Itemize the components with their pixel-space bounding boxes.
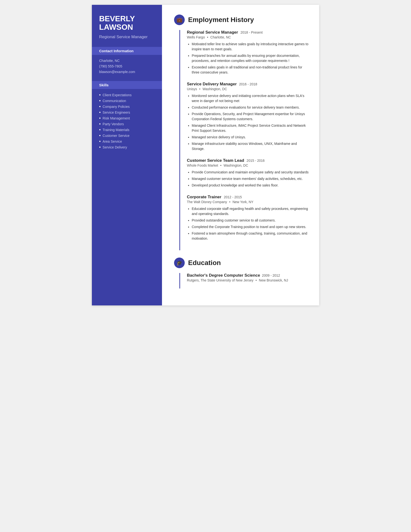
job-company: The Walt Disney Company • New York, NY [187,200,309,204]
resume-container: BEVERLY LAWSON Regional Service Manager … [92,5,319,305]
job-header: Customer Service Team Lead2015 - 2016 [187,158,309,163]
contact-section: Charlotte, NC (790) 555-7805 blawson@exa… [99,59,155,74]
main-content: 💼 Employment History Regional Service Ma… [162,5,319,305]
skill-item: Communication [99,99,155,103]
employment-title-row: 💼 Employment History [174,15,309,25]
job-bullet: Managed Client Infrastructure, IMAC Proj… [192,123,309,133]
job-bullet: Provided outstanding customer service to… [192,218,309,223]
skill-item: Client Expectations [99,93,155,97]
edu-degree: Bachelor's Degree Computer Science [187,273,260,278]
job-header: Regional Service Manager2018 - Present [187,30,309,35]
skill-item: Area Service [99,139,155,144]
contact-email: blawson@example.com [99,70,155,74]
job-bullet: Motivated teller line to achieve sales g… [192,42,309,52]
candidate-title: Regional Service Manager [99,34,155,40]
contact-section-header: Contact Information [92,47,162,55]
job-dates: 2018 - Present [241,30,263,34]
job-title: Regional Service Manager [187,30,238,35]
job-company: Whole Foods Market • Washington, DC [187,163,309,167]
candidate-name: BEVERLY LAWSON [99,15,155,31]
job-header: Service Delivery Manager2016 - 2018 [187,82,309,86]
employment-icon: 💼 [174,15,185,25]
job-entry: Customer Service Team Lead2015 - 2016Who… [187,158,309,188]
job-bullet: Fostered a team atmosphere through coach… [192,231,309,241]
job-entry: Regional Service Manager2018 - PresentWe… [187,30,309,75]
job-bullets: Monitored service delivery and initiatin… [187,93,309,151]
skill-item: Service Engineers [99,110,155,115]
job-bullet: Exceeded sales goals in all traditional … [192,65,309,75]
edu-dates: 2009 - 2012 [262,274,280,277]
education-title: Education [188,259,221,267]
job-bullet: Managed service delivery of Unisys. [192,135,309,140]
job-dates: 2016 - 2018 [239,82,257,86]
job-company: Unisys • Washington, DC [187,87,309,91]
job-company: Wells Fargo • Charlotte, NC [187,35,309,39]
skill-item: Company Policies [99,104,155,109]
employment-timeline: Regional Service Manager2018 - PresentWe… [179,30,309,250]
skill-item: Risk Management [99,116,155,120]
contact-phone: (790) 555-7805 [99,64,155,68]
skills-section: Client ExpectationsCommunicationCompany … [99,93,155,150]
job-bullets: Provide Communication and maintain emplo… [187,170,309,188]
job-bullet: Conducted performance evaluations for se… [192,105,309,110]
edu-entry: Bachelor's Degree Computer Science2009 -… [187,273,309,282]
job-entry: Service Delivery Manager2016 - 2018Unisy… [187,82,309,151]
name-line2: LAWSON [99,23,133,31]
job-bullet: Prepared branches for annual audits by e… [192,53,309,63]
name-line1: BEVERLY [99,14,135,23]
sidebar: BEVERLY LAWSON Regional Service Manager … [92,5,162,305]
job-bullet: Educated corporate staff regarding healt… [192,206,309,216]
skill-item: Customer Service [99,133,155,138]
job-entry: Corporate Trainer2012 - 2015The Walt Dis… [187,195,309,241]
skills-section-header: Skills [92,81,162,89]
employment-title: Employment History [188,16,254,24]
edu-school: Rutgers, The State University of New Jer… [187,278,309,282]
contact-city: Charlotte, NC [99,59,155,63]
job-bullet: Completed the Corporate Training positio… [192,224,309,229]
skill-item: Party Vendors [99,122,155,126]
skills-list: Client ExpectationsCommunicationCompany … [99,93,155,150]
job-bullets: Motivated teller line to achieve sales g… [187,42,309,75]
education-title-row: 🎓 Education [174,257,309,268]
job-title: Corporate Trainer [187,195,222,200]
edu-title-row: Bachelor's Degree Computer Science2009 -… [187,273,309,278]
education-icon: 🎓 [174,257,185,268]
job-dates: 2012 - 2015 [224,195,242,199]
job-dates: 2015 - 2016 [247,159,265,162]
job-bullets: Educated corporate staff regarding healt… [187,206,309,241]
job-title: Customer Service Team Lead [187,158,244,163]
job-header: Corporate Trainer2012 - 2015 [187,195,309,200]
skill-item: Service Delivery [99,145,155,150]
employment-section: 💼 Employment History Regional Service Ma… [174,15,309,250]
skill-item: Training Materials [99,128,155,132]
job-bullet: Managed customer service team members' d… [192,176,309,181]
job-bullet: Provide Operations, Security, and Projec… [192,112,309,122]
job-bullet: Manage infrastructure stability across W… [192,141,309,151]
job-bullet: Monitored service delivery and initiatin… [192,93,309,104]
education-timeline: Bachelor's Degree Computer Science2009 -… [179,273,309,288]
job-title: Service Delivery Manager [187,82,237,86]
job-bullet: Provide Communication and maintain emplo… [192,170,309,175]
job-bullet: Developed product knowledge and worked t… [192,183,309,188]
education-section: 🎓 Education Bachelor's Degree Computer S… [174,257,309,288]
